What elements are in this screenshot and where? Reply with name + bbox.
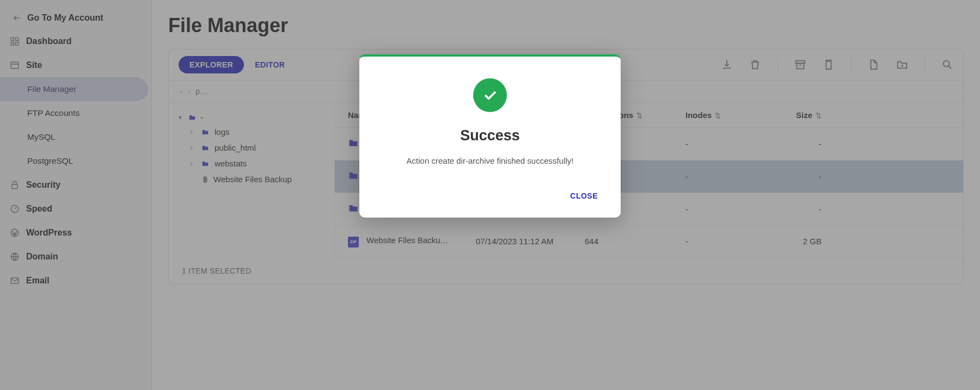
modal-message: Action create dir-archive finished succe… xyxy=(376,156,604,165)
close-button[interactable]: CLOSE xyxy=(564,187,604,205)
check-circle-icon xyxy=(473,78,507,112)
success-modal: Success Action create dir-archive finish… xyxy=(359,54,621,218)
modal-overlay[interactable]: Success Action create dir-archive finish… xyxy=(0,0,980,390)
modal-title: Success xyxy=(376,127,604,144)
